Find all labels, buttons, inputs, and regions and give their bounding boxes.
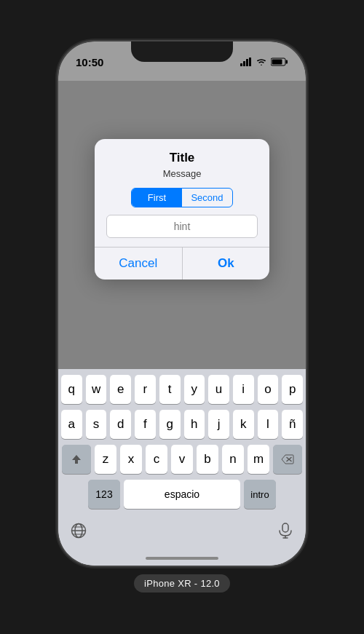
alert-title: Title xyxy=(106,151,258,165)
ok-button[interactable]: Ok xyxy=(183,247,270,280)
key-b[interactable]: b xyxy=(197,445,218,474)
delete-icon xyxy=(281,454,294,464)
key-n-tilde[interactable]: ñ xyxy=(282,410,303,439)
shift-key[interactable] xyxy=(62,445,91,474)
key-w[interactable]: w xyxy=(86,375,107,404)
keyboard: q w e r t y u i o p a s d f g xyxy=(58,369,306,551)
keyboard-row-bottom: 123 espacio intro xyxy=(61,480,303,509)
dialog-text-input[interactable] xyxy=(106,215,258,238)
keyboard-row-2: a s d f g h j k l ñ xyxy=(61,410,303,439)
svg-rect-5 xyxy=(286,60,288,64)
phone-frame: 10:50 xyxy=(58,41,306,566)
key-d[interactable]: d xyxy=(110,410,131,439)
key-k[interactable]: k xyxy=(233,410,254,439)
status-icons xyxy=(240,58,288,66)
segment-first-button[interactable]: First xyxy=(132,189,182,207)
key-z[interactable]: z xyxy=(95,445,116,474)
alert-actions: Cancel Ok xyxy=(95,247,269,280)
return-key[interactable]: intro xyxy=(244,480,276,509)
status-bar: 10:50 xyxy=(58,41,306,74)
microphone-svg xyxy=(278,523,293,539)
alert-message: Message xyxy=(106,168,258,179)
key-f[interactable]: f xyxy=(135,410,156,439)
status-time: 10:50 xyxy=(76,56,103,68)
microphone-icon[interactable] xyxy=(272,518,298,544)
key-s[interactable]: s xyxy=(86,410,107,439)
key-x[interactable]: x xyxy=(120,445,142,474)
key-n[interactable]: n xyxy=(222,445,244,474)
key-g[interactable]: g xyxy=(159,410,181,439)
segment-second-button[interactable]: Second xyxy=(182,189,232,207)
key-y[interactable]: y xyxy=(184,375,205,404)
alert-body: Title Message First Second xyxy=(95,139,269,247)
screen-content: Title Message First Second Cancel O xyxy=(58,81,306,369)
svg-rect-0 xyxy=(240,63,242,66)
wifi-icon xyxy=(256,58,267,66)
key-v[interactable]: v xyxy=(171,445,193,474)
key-q[interactable]: q xyxy=(61,375,82,404)
numbers-key[interactable]: 123 xyxy=(88,480,120,509)
signal-icon xyxy=(240,58,252,66)
space-key[interactable]: espacio xyxy=(124,480,240,509)
shift-icon xyxy=(71,453,82,465)
svg-rect-2 xyxy=(246,59,248,66)
key-o[interactable]: o xyxy=(258,375,279,404)
svg-rect-14 xyxy=(282,523,288,532)
svg-rect-6 xyxy=(272,60,282,65)
phone-wrapper: 10:50 xyxy=(58,41,306,593)
keyboard-extras-row xyxy=(61,515,303,548)
phone-model-label: iPhone XR - 12.0 xyxy=(134,574,230,593)
key-l[interactable]: l xyxy=(258,410,279,439)
key-e[interactable]: e xyxy=(110,375,131,404)
key-h[interactable]: h xyxy=(184,410,205,439)
key-c[interactable]: c xyxy=(146,445,167,474)
keyboard-row-1: q w e r t y u i o p xyxy=(61,375,303,404)
key-m[interactable]: m xyxy=(248,445,269,474)
svg-rect-3 xyxy=(249,58,251,66)
key-a[interactable]: a xyxy=(61,410,82,439)
globe-icon[interactable] xyxy=(66,518,92,544)
home-bar xyxy=(146,557,218,560)
home-indicator xyxy=(58,551,306,566)
key-r[interactable]: r xyxy=(135,375,156,404)
segmented-control[interactable]: First Second xyxy=(131,188,233,207)
alert-dialog: Title Message First Second Cancel O xyxy=(95,139,269,280)
battery-icon xyxy=(271,58,288,66)
key-j[interactable]: j xyxy=(208,410,229,439)
keyboard-row-3: z x c v b n m xyxy=(61,445,303,474)
cancel-button[interactable]: Cancel xyxy=(95,247,183,280)
delete-key[interactable] xyxy=(273,445,302,474)
svg-rect-1 xyxy=(243,61,245,66)
phone-screen: 10:50 xyxy=(58,41,306,566)
key-u[interactable]: u xyxy=(208,375,229,404)
key-t[interactable]: t xyxy=(159,375,181,404)
globe-svg xyxy=(71,523,87,539)
key-p[interactable]: p xyxy=(282,375,303,404)
key-i[interactable]: i xyxy=(233,375,254,404)
